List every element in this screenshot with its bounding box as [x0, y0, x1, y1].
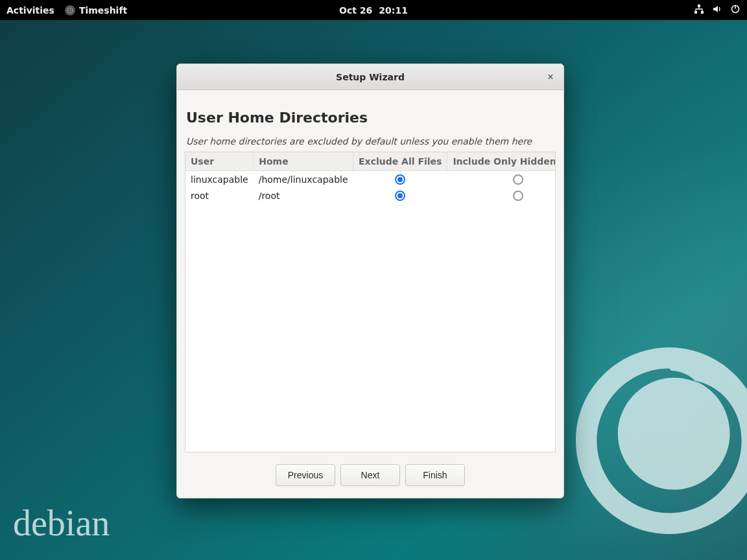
previous-button[interactable]: Previous	[276, 464, 335, 486]
close-button[interactable]: ×	[543, 69, 558, 85]
active-app-name: Timeshift	[79, 5, 127, 16]
page-subheading: User home directories are excluded by de…	[186, 136, 556, 146]
timeshift-icon	[65, 5, 75, 16]
close-icon: ×	[547, 71, 553, 83]
col-exclude-all[interactable]: Exclude All Files	[353, 152, 447, 171]
dialog-title: Setup Wizard	[336, 72, 405, 82]
cell-user: root	[185, 187, 254, 204]
cell-exclude-all	[353, 171, 447, 188]
table-row: linuxcapable/home/linuxcapable	[185, 171, 556, 188]
dialog-footer: Previous Next Finish	[185, 452, 556, 498]
table-row: root/root	[185, 187, 556, 204]
dialog-titlebar[interactable]: Setup Wizard ×	[177, 64, 563, 90]
debian-logo-text: debian	[13, 502, 110, 544]
radio-exclude-all[interactable]	[395, 174, 405, 185]
finish-button[interactable]: Finish	[405, 464, 465, 486]
radio-include-hidden[interactable]	[513, 191, 523, 201]
cell-include-hidden	[447, 171, 556, 188]
active-app-indicator[interactable]: Timeshift	[65, 5, 127, 16]
cell-user: linuxcapable	[185, 171, 254, 188]
cell-include-hidden	[447, 187, 556, 204]
power-icon[interactable]	[730, 4, 741, 16]
svg-rect-3	[701, 11, 704, 14]
col-include-hidden[interactable]: Include Only Hidden Files	[447, 152, 556, 171]
col-home[interactable]: Home	[254, 152, 353, 171]
cell-home: /home/linuxcapable	[254, 171, 353, 188]
svg-rect-2	[694, 11, 697, 14]
svg-rect-1	[698, 5, 700, 7]
next-button[interactable]: Next	[340, 464, 400, 486]
clock-button[interactable]: Oct 26 20:11	[339, 5, 408, 16]
activities-button[interactable]: Activities	[6, 5, 54, 16]
user-home-table: User Home Exclude All Files Include Only…	[185, 152, 556, 452]
clock-time: 20:11	[379, 5, 408, 16]
table-header-row: User Home Exclude All Files Include Only…	[185, 152, 556, 171]
radio-exclude-all[interactable]	[395, 191, 405, 201]
page-heading: User Home Directories	[186, 110, 556, 126]
svg-rect-5	[735, 5, 736, 9]
volume-icon[interactable]	[712, 4, 722, 16]
cell-exclude-all	[353, 187, 447, 204]
col-user[interactable]: User	[185, 152, 254, 171]
network-icon[interactable]	[694, 4, 704, 16]
clock-date: Oct 26	[339, 5, 372, 16]
cell-home: /root	[254, 187, 353, 204]
gnome-topbar: Activities Timeshift Oct 26 20:11	[0, 0, 747, 20]
radio-include-hidden[interactable]	[513, 174, 523, 185]
setup-wizard-dialog: Setup Wizard × User Home Directories Use…	[176, 64, 564, 498]
debian-swirl-icon	[552, 324, 747, 557]
